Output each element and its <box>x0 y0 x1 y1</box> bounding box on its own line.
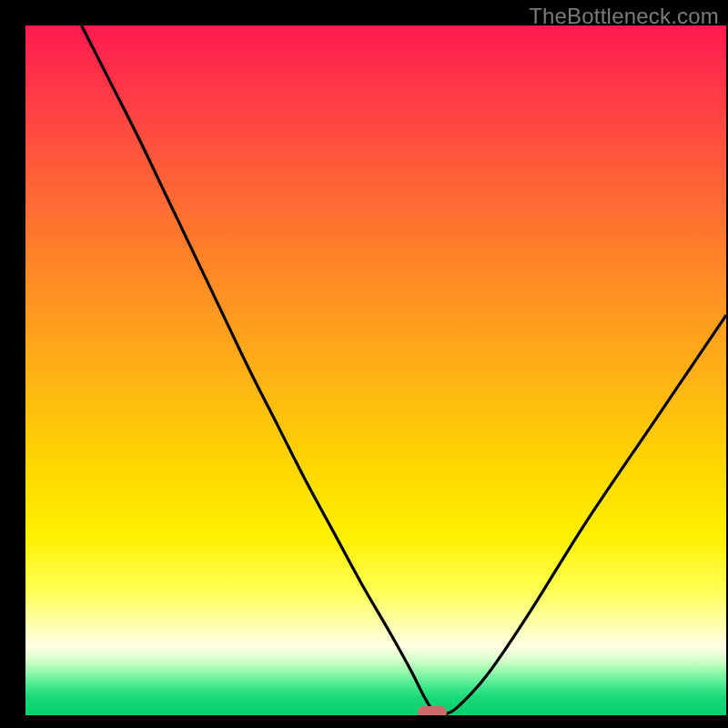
watermark-label: TheBottleneck.com <box>529 4 719 29</box>
bottleneck-curve <box>25 25 726 715</box>
optimal-point-marker <box>418 706 447 715</box>
curve-path <box>82 25 726 715</box>
chart-frame: TheBottleneck.com <box>0 0 728 728</box>
plot-area <box>25 25 726 715</box>
